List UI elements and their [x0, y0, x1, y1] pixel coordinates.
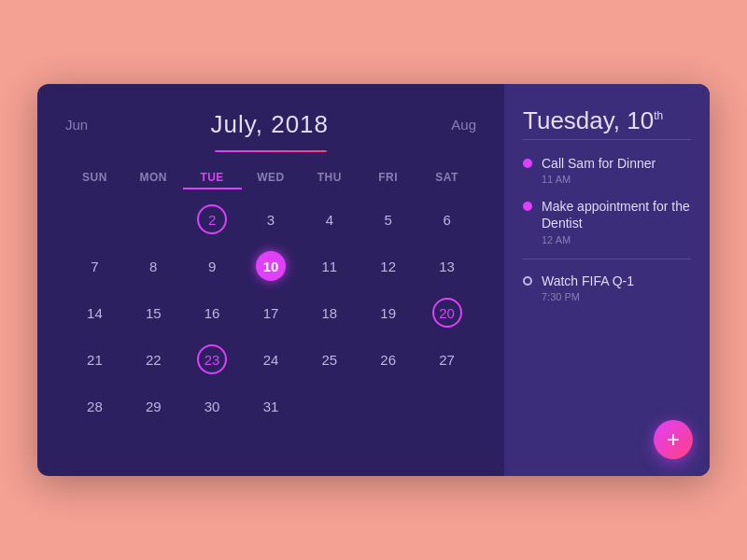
calendar-day: [124, 197, 183, 242]
event-dot: [523, 276, 532, 286]
calendar-day: [417, 384, 476, 428]
events-date: Tuesday, 10th: [523, 106, 691, 135]
event-item[interactable]: Make appointment for the Dentist12 AM: [523, 198, 691, 245]
calendar-day[interactable]: 7: [65, 244, 124, 288]
event-item[interactable]: Watch FIFA Q-17:30 PM: [523, 273, 691, 302]
title-underline: [215, 150, 327, 152]
event-title: Call Sam for Dinner: [542, 155, 655, 172]
calendar-day: [300, 384, 359, 428]
calendar-day[interactable]: 29: [124, 384, 183, 428]
calendar-day[interactable]: 11: [300, 244, 359, 288]
event-time: 7:30 PM: [542, 291, 634, 302]
calendar-day[interactable]: 5: [359, 197, 417, 242]
calendar-day[interactable]: 12: [359, 244, 417, 288]
calendar-day[interactable]: 28: [65, 384, 124, 428]
events-divider: [523, 139, 691, 140]
event-dot: [523, 159, 532, 168]
calendar-day[interactable]: 21: [65, 337, 124, 382]
weekday-wed: WED: [242, 167, 301, 189]
calendar-day[interactable]: 10: [242, 244, 301, 288]
calendar-day: [359, 384, 417, 428]
weekday-sat: SAT: [417, 167, 476, 189]
event-title: Make appointment for the Dentist: [542, 198, 691, 231]
calendar-day[interactable]: 6: [417, 197, 476, 242]
event-content: Make appointment for the Dentist12 AM: [542, 198, 691, 245]
calendar-title: July, 2018: [210, 110, 329, 139]
calendar-day[interactable]: 25: [300, 337, 359, 382]
calendar-day[interactable]: 13: [417, 244, 476, 288]
calendar-day[interactable]: 15: [124, 290, 183, 335]
event-list: Call Sam for Dinner11 AMMake appointment…: [523, 155, 691, 457]
next-month-nav[interactable]: Aug: [451, 117, 476, 133]
calendar-day[interactable]: 19: [359, 290, 417, 335]
calendar-day[interactable]: 16: [183, 290, 242, 335]
weekday-mon: MON: [124, 167, 183, 189]
calendar-day[interactable]: 30: [183, 384, 242, 428]
weekday-fri: FRI: [359, 167, 417, 189]
calendar-day[interactable]: 3: [242, 197, 301, 242]
event-item[interactable]: Call Sam for Dinner11 AM: [523, 155, 691, 185]
event-title: Watch FIFA Q-1: [542, 273, 634, 289]
calendar-day[interactable]: 4: [300, 197, 359, 242]
add-event-button[interactable]: +: [654, 420, 693, 459]
calendar-day[interactable]: 14: [65, 290, 124, 335]
event-dot: [523, 202, 532, 211]
calendar-days-grid: 2345678910111213141516171819202122232425…: [65, 197, 476, 428]
calendar-day: [65, 197, 124, 242]
calendar-app: Jun July, 2018 Aug SUN MON TUE WED THU F…: [37, 84, 710, 476]
calendar-day[interactable]: 26: [359, 337, 417, 382]
weekday-tue: TUE: [183, 167, 242, 189]
events-panel: Tuesday, 10th Call Sam for Dinner11 AMMa…: [504, 84, 710, 476]
event-time: 11 AM: [542, 174, 655, 185]
calendar-panel: Jun July, 2018 Aug SUN MON TUE WED THU F…: [37, 84, 504, 476]
calendar-day[interactable]: 8: [124, 244, 183, 288]
calendar-day[interactable]: 24: [242, 337, 301, 382]
prev-month-nav[interactable]: Jun: [65, 117, 88, 133]
calendar-day[interactable]: 18: [300, 290, 359, 335]
calendar-day[interactable]: 9: [183, 244, 242, 288]
calendar-day[interactable]: 22: [124, 337, 183, 382]
calendar-day[interactable]: 27: [417, 337, 476, 382]
calendar-day[interactable]: 31: [242, 384, 301, 428]
calendar-day[interactable]: 23: [183, 337, 242, 382]
event-content: Call Sam for Dinner11 AM: [542, 155, 655, 185]
event-content: Watch FIFA Q-17:30 PM: [542, 273, 634, 302]
weekday-sun: SUN: [65, 167, 124, 189]
calendar-nav: Jun July, 2018 Aug: [65, 110, 476, 139]
weekday-headers: SUN MON TUE WED THU FRI SAT: [65, 167, 476, 189]
calendar-day[interactable]: 20: [417, 290, 476, 335]
calendar-day[interactable]: 17: [242, 290, 301, 335]
calendar-day[interactable]: 2: [183, 197, 242, 242]
event-time: 12 AM: [542, 234, 691, 245]
event-separator: [523, 259, 691, 259]
weekday-thu: THU: [300, 167, 359, 189]
